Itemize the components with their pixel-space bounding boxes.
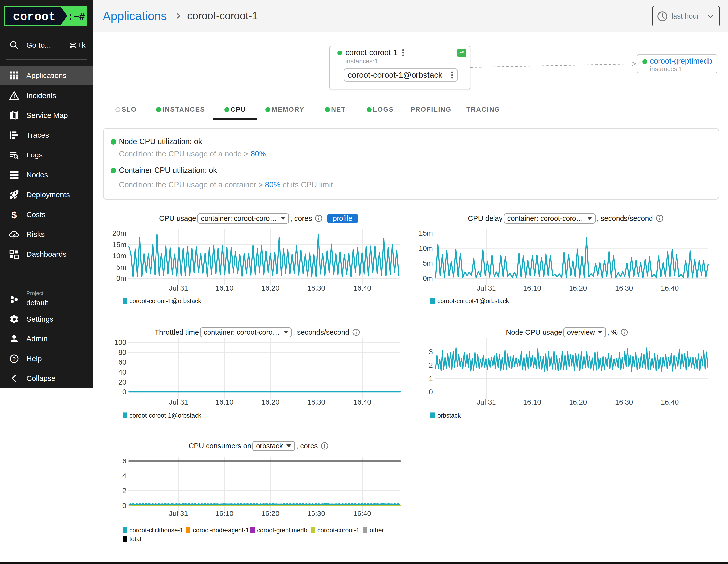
svg-text:10m: 10m	[419, 244, 433, 252]
svg-text:16:20: 16:20	[261, 284, 280, 292]
svg-text:20: 20	[118, 378, 126, 386]
svg-text:16:30: 16:30	[615, 398, 633, 406]
svg-text:6: 6	[122, 457, 126, 465]
svg-text:16:30: 16:30	[307, 284, 325, 292]
svg-text:0: 0	[122, 388, 126, 396]
svg-text:coroot-coroot-1@orbstack: coroot-coroot-1@orbstack	[130, 297, 201, 304]
svg-text:16:40: 16:40	[661, 284, 679, 292]
svg-text:coroot-clickhouse-1: coroot-clickhouse-1	[130, 527, 183, 534]
svg-text:40: 40	[118, 368, 126, 376]
svg-text:16:10: 16:10	[523, 284, 541, 292]
svg-text:100: 100	[114, 338, 126, 346]
svg-text:16:10: 16:10	[215, 510, 234, 517]
svg-text:16:20: 16:20	[261, 398, 280, 406]
svg-text:16:20: 16:20	[569, 398, 587, 406]
svg-text:3: 3	[429, 348, 433, 356]
svg-text:16:20: 16:20	[261, 510, 280, 517]
svg-text:5m: 5m	[116, 263, 126, 271]
svg-text:16:40: 16:40	[661, 398, 679, 406]
svg-text:coroot-coroot-1@orbstack: coroot-coroot-1@orbstack	[437, 297, 509, 304]
svg-text:16:40: 16:40	[353, 510, 371, 517]
svg-text:16:20: 16:20	[569, 284, 587, 292]
svg-text:4: 4	[122, 472, 126, 480]
svg-text:80: 80	[118, 348, 126, 356]
svg-text:2: 2	[429, 361, 433, 369]
svg-text:15m: 15m	[112, 241, 126, 249]
svg-text:16:30: 16:30	[615, 284, 633, 292]
svg-text:coroot-coroot-1: coroot-coroot-1	[317, 527, 360, 534]
svg-text:16:10: 16:10	[215, 398, 234, 406]
svg-text:16:30: 16:30	[307, 398, 325, 406]
svg-text:16:10: 16:10	[523, 398, 541, 406]
svg-text:Jul 31: Jul 31	[169, 284, 188, 292]
svg-text:coroot-node-agent-1: coroot-node-agent-1	[193, 527, 249, 534]
svg-text:1: 1	[429, 375, 433, 383]
svg-text:16:30: 16:30	[307, 510, 325, 517]
svg-text:5m: 5m	[423, 259, 433, 267]
svg-text:Jul 31: Jul 31	[477, 284, 496, 292]
svg-text:16:40: 16:40	[353, 284, 371, 292]
svg-text:16:10: 16:10	[215, 284, 234, 292]
svg-text:0m: 0m	[116, 274, 126, 282]
svg-text:orbstack: orbstack	[437, 412, 461, 419]
svg-text:15m: 15m	[419, 229, 433, 237]
svg-text:Jul 31: Jul 31	[169, 510, 188, 517]
svg-text:coroot-coroot-1@orbstack: coroot-coroot-1@orbstack	[130, 412, 201, 419]
svg-text:Jul 31: Jul 31	[169, 398, 188, 406]
svg-text:total: total	[130, 536, 141, 542]
svg-text:2: 2	[122, 487, 126, 495]
svg-text:60: 60	[118, 358, 126, 366]
svg-text:20m: 20m	[112, 229, 126, 237]
svg-text:0: 0	[429, 388, 433, 396]
svg-text:0m: 0m	[423, 274, 433, 282]
svg-text:other: other	[370, 527, 384, 534]
svg-text:0: 0	[122, 502, 126, 510]
svg-text:16:40: 16:40	[353, 398, 371, 406]
svg-text:coroot-greptimedb: coroot-greptimedb	[257, 527, 307, 534]
svg-text:10m: 10m	[112, 252, 126, 260]
svg-text:Jul 31: Jul 31	[477, 398, 496, 406]
